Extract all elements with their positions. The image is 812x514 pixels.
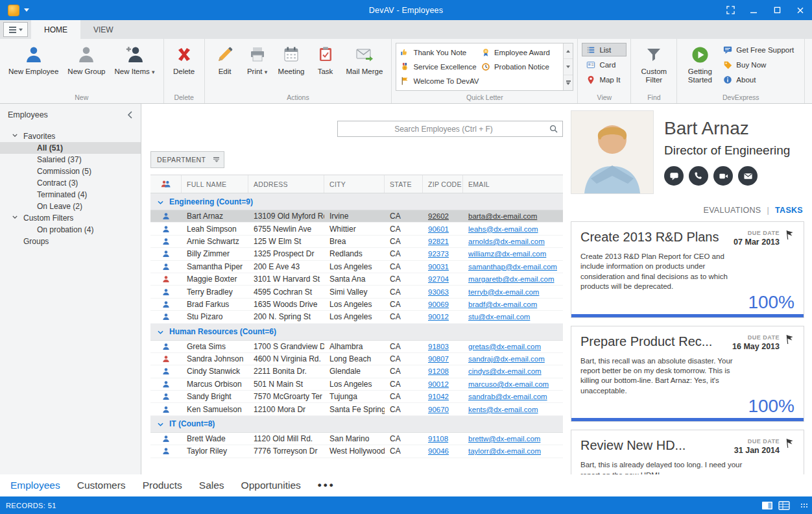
group-row-engineering-count-9[interactable]: Engineering (Count=9) — [150, 193, 563, 210]
nav-item-sales[interactable]: Sales — [199, 480, 224, 491]
table-row[interactable]: Sandra Johnson4600 N Virginia Rd.Long Be… — [150, 353, 563, 365]
custom-filter-button[interactable]: Custom Filter — [635, 41, 673, 84]
sidebar-item-all-51[interactable]: All (51) — [0, 142, 141, 154]
gallery-scroll-down-button[interactable] — [564, 59, 573, 75]
maximize-button[interactable] — [765, 0, 789, 20]
get-free-support-button[interactable]: Get Free Support — [719, 43, 800, 56]
column-header-full-name[interactable]: FULL NAME — [182, 175, 248, 193]
sidebar-item-terminated-4[interactable]: Terminated (4) — [0, 189, 141, 201]
cell-email-link[interactable]: sandraj@dx-email.com — [468, 355, 545, 363]
group-by-department-chip[interactable]: DEPARTMENT — [150, 151, 224, 168]
cell-zip-code-link[interactable]: 90031 — [428, 263, 449, 271]
sidebar-item-commission-5[interactable]: Commission (5) — [0, 165, 141, 177]
cell-zip-code-link[interactable]: 92821 — [428, 238, 449, 245]
cell-email-link[interactable]: brettw@dx-email.com — [468, 435, 540, 443]
cell-zip-code-link[interactable]: 90601 — [428, 225, 449, 233]
table-row[interactable]: Stu Pizaro200 N. Spring StLos AngelesCA9… — [150, 311, 563, 323]
cell-email-link[interactable]: samanthap@dx-email.com — [468, 263, 557, 271]
gallery-dropdown-button[interactable] — [564, 75, 573, 90]
cell-email-link[interactable]: terryb@dx-email.com — [468, 288, 539, 296]
tab-home[interactable]: HOME — [31, 20, 80, 39]
quick-letter-thank-you-note[interactable]: Thank You Note — [400, 45, 481, 60]
cell-email-link[interactable]: kents@dx-email.com — [468, 406, 538, 413]
quick-letter-employee-award[interactable]: Employee Award — [481, 45, 562, 60]
edit-button[interactable]: Edit — [209, 41, 241, 76]
tab-evaluations[interactable]: EVALUATIONS — [704, 206, 761, 215]
table-row[interactable]: Taylor Riley7776 Torreyson DrWest Hollyw… — [150, 445, 563, 458]
resize-button[interactable] — [719, 0, 742, 20]
cell-zip-code-link[interactable]: 90012 — [428, 313, 449, 321]
table-row[interactable]: Cindy Stanwick2211 Bonita Dr.GlendaleCA9… — [150, 365, 563, 378]
grid-view-toggle[interactable] — [778, 501, 790, 510]
getting-started-button[interactable]: Getting Started — [681, 41, 719, 84]
gallery-scroll-up-button[interactable] — [564, 43, 573, 59]
cell-email-link[interactable]: gretas@dx-email.com — [468, 343, 541, 350]
cell-zip-code-link[interactable]: 90069 — [428, 300, 449, 308]
buy-now-button[interactable]: Buy Now — [719, 58, 800, 71]
cell-email-link[interactable]: leahs@dx-email.com — [468, 225, 538, 233]
delete-button[interactable]: Delete — [168, 41, 200, 76]
column-header-state[interactable]: STATE — [385, 175, 423, 193]
sidebar-item-groups[interactable]: Groups — [0, 236, 141, 247]
table-row[interactable]: Ken Samuelson12100 Mora DrSanta Fe Sprin… — [150, 403, 563, 415]
sidebar-item-salaried-37[interactable]: Salaried (37) — [0, 154, 141, 165]
resize-grip[interactable] — [800, 503, 808, 508]
video-call-button[interactable] — [713, 166, 733, 186]
cell-zip-code-link[interactable]: 90046 — [428, 447, 449, 455]
search-icon[interactable] — [549, 125, 558, 133]
card-view-button[interactable]: Card — [582, 58, 627, 71]
cell-email-link[interactable]: marcuso@dx-email.com — [468, 380, 549, 388]
sidebar-item-on-leave-2[interactable]: On Leave (2) — [0, 201, 141, 212]
nav-item-customers[interactable]: Customers — [77, 480, 126, 491]
sidebar-item-contract-3[interactable]: Contract (3) — [0, 177, 141, 189]
cell-zip-code-link[interactable]: 91803 — [428, 343, 449, 350]
map-it-button[interactable]: Map It — [582, 73, 627, 86]
app-logo-icon[interactable] — [8, 5, 19, 16]
task-button[interactable]: Task — [309, 41, 342, 76]
minimize-button[interactable] — [742, 0, 765, 20]
column-header-zip-code[interactable]: ZIP CODE — [423, 175, 463, 193]
new-group-button[interactable]: New Group — [63, 41, 110, 76]
table-row[interactable]: Greta Sims1700 S Grandview Dr.AlhambraCA… — [150, 341, 563, 353]
cell-zip-code-link[interactable]: 91042 — [428, 393, 449, 400]
table-row[interactable]: Samantha Piper200 E Ave 43Los AngelesCA9… — [150, 261, 563, 273]
table-row[interactable]: Bart Arnaz13109 Old Myford RdIrvineCA926… — [150, 210, 563, 223]
cell-zip-code-link[interactable]: 90012 — [428, 380, 449, 388]
table-row[interactable]: Maggie Boxter3101 W Harvard StSanta AnaC… — [150, 273, 563, 286]
cell-zip-code-link[interactable]: 92602 — [428, 212, 449, 220]
application-menu-button[interactable] — [3, 22, 28, 37]
group-row-it-count-8[interactable]: IT (Count=8) — [150, 416, 563, 433]
print-button[interactable]: Print ▾ — [241, 41, 274, 76]
table-row[interactable]: Sandy Bright7570 McGroarty TerTujungaCA9… — [150, 391, 563, 403]
cell-zip-code-link[interactable]: 92704 — [428, 275, 449, 283]
cell-email-link[interactable]: williamz@dx-email.com — [468, 250, 546, 258]
task-card-create-2013-r-d-plans[interactable]: Create 2013 R&D PlansDUE DATE07 Mar 2013… — [571, 221, 804, 318]
nav-more-button[interactable]: ••• — [318, 479, 335, 492]
tab-view[interactable]: VIEW — [80, 20, 126, 39]
sidebar-item-custom-filters[interactable]: Custom Filters — [0, 212, 141, 224]
close-button[interactable] — [789, 0, 812, 20]
tab-tasks[interactable]: TASKS — [775, 206, 803, 215]
quick-letter-probation-notice[interactable]: Probation Notice — [481, 60, 562, 74]
quick-letter-welcome-to-devav[interactable]: Welcome To DevAV — [400, 74, 481, 88]
nav-item-employees[interactable]: Employees — [10, 480, 60, 491]
about-button[interactable]: About — [719, 73, 800, 86]
mail-merge-button[interactable]: Mail Merge — [342, 41, 388, 76]
panel-view-toggle[interactable] — [761, 501, 773, 510]
table-row[interactable]: Terry Bradley4595 Cochran StSimi ValleyC… — [150, 286, 563, 298]
column-header-city[interactable]: CITY — [324, 175, 385, 193]
phone-button[interactable] — [689, 166, 708, 186]
chat-button[interactable] — [664, 166, 684, 186]
sidebar-item-on-probation-4[interactable]: On probation (4) — [0, 224, 141, 236]
table-row[interactable]: Brett Wade1120 Old Mill Rd.San MarinoCA9… — [150, 433, 563, 445]
cell-email-link[interactable]: sandrab@dx-email.com — [468, 393, 547, 400]
table-row[interactable]: Marcus Orbison501 N Main StLos AngelesCA… — [150, 378, 563, 391]
app-menu-caret-icon[interactable] — [24, 8, 29, 12]
nav-item-opportunities[interactable]: Opportunities — [241, 480, 301, 491]
cell-email-link[interactable]: margaretb@dx-email.com — [468, 275, 554, 283]
meeting-button[interactable]: Meeting — [274, 41, 309, 76]
table-row[interactable]: Arnie Schwartz125 W Elm StBreaCA92821arn… — [150, 236, 563, 248]
cell-email-link[interactable]: taylorr@dx-email.com — [468, 447, 541, 455]
cell-zip-code-link[interactable]: 90807 — [428, 355, 449, 363]
task-card-review-new-hd[interactable]: Review New HD...DUE DATE31 Jan 2014Bart,… — [571, 430, 804, 474]
